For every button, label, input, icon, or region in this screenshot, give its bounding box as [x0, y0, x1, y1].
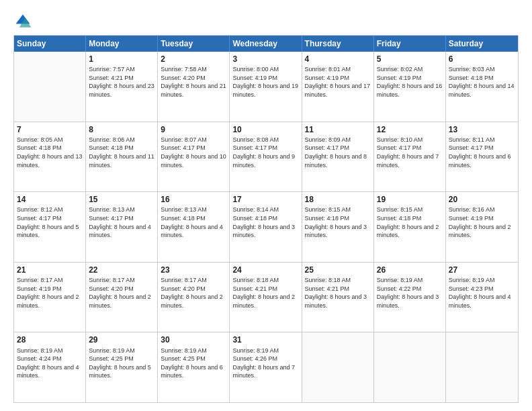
calendar-cell: 26Sunrise: 8:19 AMSunset: 4:22 PMDayligh… — [374, 263, 446, 332]
day-number: 5 — [377, 54, 443, 64]
cell-info: Sunrise: 8:10 AMSunset: 4:17 PMDaylight:… — [377, 136, 443, 169]
day-number: 6 — [449, 54, 515, 64]
calendar: SundayMondayTuesdayWednesdayThursdayFrid… — [13, 35, 519, 403]
day-number: 3 — [232, 54, 298, 64]
calendar-week-row: 1Sunrise: 7:57 AMSunset: 4:21 PMDaylight… — [14, 52, 518, 122]
calendar-cell: 5Sunrise: 8:02 AMSunset: 4:19 PMDaylight… — [374, 52, 446, 122]
calendar-header-cell: Wednesday — [230, 36, 302, 52]
calendar-cell — [446, 332, 518, 402]
day-number: 23 — [161, 265, 226, 275]
calendar-cell: 20Sunrise: 8:16 AMSunset: 4:19 PMDayligh… — [446, 192, 518, 262]
cell-info: Sunrise: 8:07 AMSunset: 4:17 PMDaylight:… — [161, 136, 226, 169]
calendar-cell: 31Sunrise: 8:19 AMSunset: 4:26 PMDayligh… — [230, 332, 302, 402]
day-number: 11 — [305, 124, 371, 135]
calendar-cell: 8Sunrise: 8:06 AMSunset: 4:18 PMDaylight… — [86, 122, 158, 192]
calendar-header-cell: Sunday — [14, 36, 86, 52]
calendar-week-row: 14Sunrise: 8:12 AMSunset: 4:17 PMDayligh… — [14, 192, 518, 263]
day-number: 27 — [449, 265, 515, 275]
day-number: 28 — [17, 334, 83, 345]
logo-icon — [13, 12, 32, 31]
day-number: 17 — [232, 194, 298, 205]
calendar-cell: 24Sunrise: 8:18 AMSunset: 4:21 PMDayligh… — [230, 263, 302, 332]
calendar-cell: 2Sunrise: 7:58 AMSunset: 4:20 PMDaylight… — [158, 52, 230, 122]
cell-info: Sunrise: 7:57 AMSunset: 4:21 PMDaylight:… — [89, 65, 154, 99]
cell-info: Sunrise: 8:00 AMSunset: 4:19 PMDaylight:… — [232, 65, 298, 99]
page: SundayMondayTuesdayWednesdayThursdayFrid… — [0, 0, 532, 411]
cell-info: Sunrise: 8:17 AMSunset: 4:19 PMDaylight:… — [17, 276, 83, 310]
day-number: 9 — [161, 124, 226, 135]
day-number: 4 — [305, 54, 371, 64]
calendar-cell: 3Sunrise: 8:00 AMSunset: 4:19 PMDaylight… — [230, 52, 302, 122]
cell-info: Sunrise: 8:19 AMSunset: 4:25 PMDaylight:… — [161, 347, 226, 380]
cell-info: Sunrise: 7:58 AMSunset: 4:20 PMDaylight:… — [161, 65, 226, 99]
cell-info: Sunrise: 8:03 AMSunset: 4:18 PMDaylight:… — [449, 65, 515, 99]
cell-info: Sunrise: 8:18 AMSunset: 4:21 PMDaylight:… — [305, 276, 371, 310]
cell-info: Sunrise: 8:15 AMSunset: 4:18 PMDaylight:… — [377, 205, 443, 239]
calendar-cell: 25Sunrise: 8:18 AMSunset: 4:21 PMDayligh… — [302, 263, 374, 332]
day-number: 24 — [232, 265, 298, 275]
day-number: 14 — [17, 194, 83, 205]
day-number: 21 — [17, 265, 83, 275]
calendar-body: 1Sunrise: 7:57 AMSunset: 4:21 PMDaylight… — [14, 52, 518, 402]
calendar-cell: 21Sunrise: 8:17 AMSunset: 4:19 PMDayligh… — [14, 263, 86, 332]
day-number: 19 — [377, 194, 443, 205]
cell-info: Sunrise: 8:17 AMSunset: 4:20 PMDaylight:… — [161, 276, 226, 310]
header — [13, 12, 519, 31]
day-number: 15 — [89, 194, 154, 205]
cell-info: Sunrise: 8:08 AMSunset: 4:17 PMDaylight:… — [232, 136, 298, 169]
day-number: 22 — [89, 265, 154, 275]
calendar-cell: 29Sunrise: 8:19 AMSunset: 4:25 PMDayligh… — [86, 332, 158, 402]
cell-info: Sunrise: 8:15 AMSunset: 4:18 PMDaylight:… — [305, 205, 371, 239]
calendar-header-cell: Monday — [86, 36, 158, 52]
cell-info: Sunrise: 8:06 AMSunset: 4:18 PMDaylight:… — [89, 136, 154, 169]
calendar-cell: 18Sunrise: 8:15 AMSunset: 4:18 PMDayligh… — [302, 192, 374, 262]
calendar-cell: 27Sunrise: 8:19 AMSunset: 4:23 PMDayligh… — [446, 263, 518, 332]
day-number: 25 — [305, 265, 371, 275]
day-number: 16 — [161, 194, 226, 205]
logo — [13, 12, 35, 31]
cell-info: Sunrise: 8:09 AMSunset: 4:17 PMDaylight:… — [305, 136, 371, 169]
calendar-cell — [14, 52, 86, 122]
calendar-week-row: 7Sunrise: 8:05 AMSunset: 4:18 PMDaylight… — [14, 122, 518, 193]
calendar-cell: 4Sunrise: 8:01 AMSunset: 4:19 PMDaylight… — [302, 52, 374, 122]
day-number: 26 — [377, 265, 443, 275]
calendar-cell: 11Sunrise: 8:09 AMSunset: 4:17 PMDayligh… — [302, 122, 374, 192]
calendar-cell: 16Sunrise: 8:13 AMSunset: 4:18 PMDayligh… — [158, 192, 230, 262]
day-number: 31 — [232, 334, 298, 345]
calendar-cell: 15Sunrise: 8:13 AMSunset: 4:17 PMDayligh… — [86, 192, 158, 262]
day-number: 7 — [17, 124, 83, 135]
cell-info: Sunrise: 8:19 AMSunset: 4:26 PMDaylight:… — [232, 347, 298, 380]
calendar-cell: 9Sunrise: 8:07 AMSunset: 4:17 PMDaylight… — [158, 122, 230, 192]
calendar-cell: 13Sunrise: 8:11 AMSunset: 4:17 PMDayligh… — [446, 122, 518, 192]
calendar-cell: 6Sunrise: 8:03 AMSunset: 4:18 PMDaylight… — [446, 52, 518, 122]
calendar-header-cell: Thursday — [302, 36, 374, 52]
cell-info: Sunrise: 8:02 AMSunset: 4:19 PMDaylight:… — [377, 65, 443, 99]
calendar-cell: 19Sunrise: 8:15 AMSunset: 4:18 PMDayligh… — [374, 192, 446, 262]
calendar-week-row: 21Sunrise: 8:17 AMSunset: 4:19 PMDayligh… — [14, 263, 518, 333]
cell-info: Sunrise: 8:11 AMSunset: 4:17 PMDaylight:… — [449, 136, 515, 169]
cell-info: Sunrise: 8:14 AMSunset: 4:18 PMDaylight:… — [232, 205, 298, 239]
calendar-header-cell: Friday — [374, 36, 446, 52]
day-number: 13 — [449, 124, 515, 135]
day-number: 12 — [377, 124, 443, 135]
day-number: 2 — [161, 54, 226, 64]
calendar-cell: 7Sunrise: 8:05 AMSunset: 4:18 PMDaylight… — [14, 122, 86, 192]
calendar-week-row: 28Sunrise: 8:19 AMSunset: 4:24 PMDayligh… — [14, 332, 518, 402]
day-number: 18 — [305, 194, 371, 205]
calendar-cell: 23Sunrise: 8:17 AMSunset: 4:20 PMDayligh… — [158, 263, 230, 332]
calendar-cell: 10Sunrise: 8:08 AMSunset: 4:17 PMDayligh… — [230, 122, 302, 192]
cell-info: Sunrise: 8:13 AMSunset: 4:18 PMDaylight:… — [161, 205, 226, 239]
cell-info: Sunrise: 8:19 AMSunset: 4:22 PMDaylight:… — [377, 276, 443, 310]
cell-info: Sunrise: 8:13 AMSunset: 4:17 PMDaylight:… — [89, 205, 154, 239]
calendar-cell: 30Sunrise: 8:19 AMSunset: 4:25 PMDayligh… — [158, 332, 230, 402]
cell-info: Sunrise: 8:17 AMSunset: 4:20 PMDaylight:… — [89, 276, 154, 310]
day-number: 8 — [89, 124, 154, 135]
calendar-header-cell: Tuesday — [158, 36, 230, 52]
calendar-cell: 28Sunrise: 8:19 AMSunset: 4:24 PMDayligh… — [14, 332, 86, 402]
day-number: 29 — [89, 334, 154, 345]
calendar-cell: 17Sunrise: 8:14 AMSunset: 4:18 PMDayligh… — [230, 192, 302, 262]
calendar-header-row: SundayMondayTuesdayWednesdayThursdayFrid… — [14, 36, 518, 52]
calendar-cell: 22Sunrise: 8:17 AMSunset: 4:20 PMDayligh… — [86, 263, 158, 332]
calendar-cell — [374, 332, 446, 402]
calendar-header-cell: Saturday — [446, 36, 518, 52]
